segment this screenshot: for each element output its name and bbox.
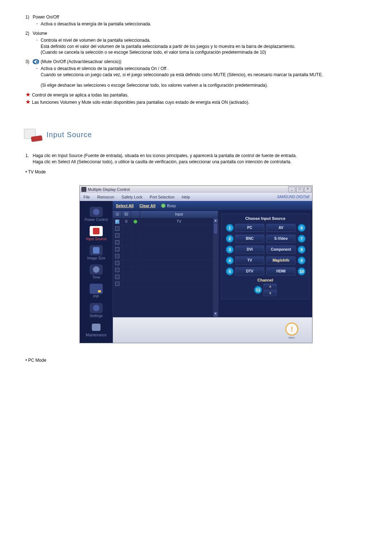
info-panel: ! [113,317,312,343]
close-button[interactable]: × [304,186,311,192]
row-id [122,274,131,280]
minimize-button[interactable]: _ [288,186,295,192]
channel-up-button[interactable]: ∧ [264,284,277,290]
row-input [140,253,218,259]
row-id: 0 [122,218,131,225]
clear-all-button[interactable]: Clear All [139,204,155,208]
row-checkbox[interactable] [115,226,119,231]
row-checkbox[interactable] [115,275,119,279]
feature-list: 1) Power On/Off -Activa o desactiva la e… [25,15,370,89]
col-header-check[interactable]: ☑ [113,211,122,218]
row-checkbox[interactable] [115,254,119,258]
row-checkbox[interactable] [115,268,119,272]
source-button-bnc[interactable]: BNC [235,235,264,243]
channel-down-button[interactable]: ∨ [264,290,277,296]
sidebar-item-label: Settings [80,314,113,318]
intro-text: Haga clic en Input Source (Fuente de ent… [33,153,297,158]
display-table: ☑ ID Input 0TV ▲ ▼ [113,211,219,317]
callout-7: 7 [298,235,306,243]
window-title: Multiple Display Control [88,187,288,192]
sidebar: Power Control Input Source Image Size Ti… [80,201,113,343]
maximize-button[interactable]: □ [296,186,303,192]
menu-safety-lock[interactable]: Safety Lock [118,195,146,199]
item-desc: Activa o desactiva el silencio de la pan… [41,66,370,72]
source-button-dtv[interactable]: DTV [235,267,264,275]
table-row[interactable] [113,260,218,267]
sidebar-item-label: Maintenance [80,333,113,337]
source-button-hdmi[interactable]: HDMI [266,267,295,275]
row-input [140,225,218,232]
chooser-title: Choose Input Source [222,214,309,223]
source-button-component[interactable]: Component [266,246,295,254]
row-checkbox[interactable] [115,282,119,286]
row-input: TV [140,218,218,225]
row-input [140,232,218,239]
table-row[interactable] [113,225,218,232]
sidebar-item-time[interactable]: Time [80,262,113,282]
busy-dot-icon [161,204,166,208]
item-desc: (Cuando se cancela la selección o se esc… [41,49,370,56]
section-icon [22,127,44,142]
menu-bar: File Remocon Safety Lock Port Selection … [80,193,312,201]
source-button-dvi[interactable]: DVI [235,246,264,254]
source-button-s-video[interactable]: S-Video [266,235,295,243]
row-checkbox[interactable] [115,247,119,251]
sidebar-item-image-size[interactable]: Image Size [80,243,113,262]
sidebar-item-pip[interactable]: PIP [80,282,113,301]
row-id [122,246,131,253]
row-status [131,232,140,239]
menu-file[interactable]: File [80,195,94,199]
scroll-down-button[interactable]: ▼ [213,311,218,317]
menu-help[interactable]: Help [178,195,194,199]
row-id [122,267,131,273]
table-row[interactable] [113,232,218,239]
menu-remocon[interactable]: Remocon [94,195,118,199]
source-button-tv[interactable]: TV [235,257,264,264]
item-number: 1) [25,15,33,20]
table-row[interactable] [113,274,218,280]
callout-8: 8 [298,246,306,254]
row-status [131,280,140,287]
table-row[interactable] [113,253,218,260]
item-desc: Cuando se selecciona un juego cada vez, … [41,72,370,78]
sidebar-item-input-source[interactable]: Input Source [80,224,113,243]
select-all-button[interactable]: Select All [116,204,134,208]
row-status [131,225,140,232]
row-status [131,246,140,253]
scroll-thumb[interactable] [213,223,218,234]
table-row[interactable] [113,239,218,246]
row-input [140,246,218,253]
callout-5: 5 [226,267,234,275]
row-status [131,239,140,246]
item-title: Volume [33,31,47,36]
source-button-magicinfo[interactable]: MagicInfo [266,257,295,264]
table-row[interactable] [113,280,218,287]
row-checkbox[interactable] [115,261,119,265]
item-desc: (Si elige deshacer las selecciones o esc… [41,82,370,89]
row-id [122,260,131,266]
app-icon [81,187,86,192]
brand-label: SAMSUNG DIGITall [277,195,312,199]
row-id [122,232,131,239]
item-desc: Controla el nivel de volumen de la panta… [41,37,370,44]
source-button-av[interactable]: AV [266,224,295,232]
row-checkbox[interactable] [115,240,119,245]
sidebar-item-maintenance[interactable]: Maintenance [80,320,113,339]
row-status [131,253,140,259]
row-status [131,260,140,266]
source-button-pc[interactable]: PC [235,224,264,232]
row-checkbox[interactable] [115,233,119,238]
table-row[interactable] [113,267,218,274]
sidebar-item-power-control[interactable]: Power Control [80,205,113,224]
bullet-pc-mode: • PC Mode [25,358,370,363]
menu-port-selection[interactable]: Port Selection [146,195,178,199]
sidebar-item-settings[interactable]: Settings [80,301,113,320]
row-input [140,280,218,287]
channel-label: Channel [222,278,309,282]
row-checkbox[interactable] [115,219,119,224]
table-row[interactable] [113,246,218,253]
table-scrollbar[interactable]: ▲ ▼ [213,218,218,317]
table-row[interactable]: 0TV [113,218,218,225]
intro-text: Haga clic en Select All (Seleccionar tod… [33,159,291,164]
item-number: 2) [25,31,33,36]
